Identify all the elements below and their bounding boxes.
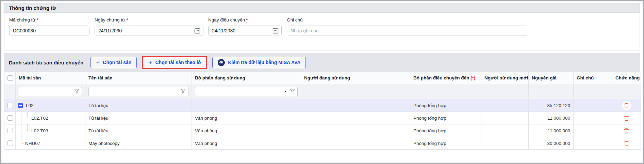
highlight-red-box: + Chọn tài sản theo lô <box>142 56 207 69</box>
col-header-original-cost: Nguyên giá <box>529 72 574 84</box>
funnel-icon[interactable] <box>74 88 80 95</box>
delete-row-button[interactable] <box>622 114 631 122</box>
col-header-note: Ghi chú <box>574 72 612 84</box>
misa-ava-icon <box>218 59 225 66</box>
filter-name-input[interactable] <box>91 89 178 94</box>
filter-code-input[interactable] <box>21 89 71 94</box>
transfer-date-input[interactable] <box>212 28 278 33</box>
table-row[interactable]: L02 Tủ tài liệu Phòng tổng hợp 35.120.12… <box>4 99 641 112</box>
target-department[interactable]: Phòng tổng hợp <box>410 137 481 150</box>
doc-code-input[interactable] <box>13 28 86 33</box>
new-user[interactable] <box>481 137 529 150</box>
doc-note-label: Ghi chú <box>287 17 303 23</box>
row-checkbox[interactable] <box>7 140 13 146</box>
doc-info-form: Mã chứng từ* Ngày chứng từ* Ngày điều ch… <box>4 12 640 50</box>
row-note[interactable] <box>574 137 612 150</box>
doc-note-input[interactable] <box>291 28 524 33</box>
doc-code-label: Mã chứng từ <box>9 17 35 23</box>
tree-line <box>27 112 28 118</box>
row-note[interactable] <box>574 124 612 137</box>
col-header-actions: Chức năng <box>612 72 641 84</box>
original-cost: 11.000.000 <box>529 124 574 137</box>
required-asterisk: * <box>246 17 248 23</box>
tree-line <box>21 112 21 124</box>
asset-name: Máy photocopy <box>85 137 192 150</box>
asset-code: NHU07 <box>25 141 40 146</box>
new-user[interactable] <box>481 124 529 137</box>
select-all-checkbox[interactable] <box>7 75 13 81</box>
calendar-icon[interactable] <box>273 28 279 35</box>
plus-icon: + <box>96 59 100 65</box>
table-row[interactable]: L02.T02 Tủ tài liệu Văn phòng Phòng tổng… <box>4 112 641 124</box>
transfer-date-label: Ngày điều chuyển <box>208 17 245 23</box>
asset-list-title: Danh sách tài sản điều chuyển <box>9 60 83 65</box>
delete-row-button[interactable] <box>622 101 631 110</box>
current-department[interactable] <box>192 99 301 112</box>
target-department[interactable]: Phòng tổng hợp <box>410 99 481 112</box>
tree-line <box>21 124 21 137</box>
doc-info-title: Thông tin chứng từ <box>9 5 56 11</box>
col-header-new-user: Người sử dụng mới <box>481 72 529 84</box>
new-user[interactable] <box>481 112 529 124</box>
filter-row <box>4 84 641 99</box>
current-department[interactable]: Văn phòng <box>192 137 301 150</box>
asset-name: Tủ tài liệu <box>85 112 192 124</box>
asset-list-toolbar: Danh sách tài sản điều chuyển + Chọn tài… <box>4 53 640 72</box>
doc-date-input[interactable] <box>98 28 200 33</box>
current-user[interactable] <box>301 112 410 124</box>
target-department[interactable]: Phòng tổng hợp <box>410 124 481 137</box>
table-row[interactable]: NHU07 Máy photocopy Văn phòng Phòng tổng… <box>4 137 641 150</box>
new-user[interactable] <box>481 99 529 112</box>
filter-current-department-select[interactable] <box>197 89 281 94</box>
tree-line <box>21 143 24 144</box>
original-cost: 11.000.000 <box>529 112 574 124</box>
original-cost: 30.000.000 <box>529 137 574 150</box>
row-checkbox[interactable] <box>7 103 13 108</box>
current-department[interactable]: Văn phòng <box>192 124 301 137</box>
asset-name: Tủ tài liệu <box>85 99 192 112</box>
required-asterisk: * <box>126 17 128 23</box>
funnel-icon[interactable] <box>290 88 295 95</box>
doc-info-header: Thông tin chứng từ <box>4 3 640 12</box>
select-asset-button[interactable]: + Chọn tài sản <box>90 57 137 68</box>
table-header-row: Mã tài sản Tên tài sản Bộ phận đang sử d… <box>4 72 641 84</box>
delete-row-button[interactable] <box>622 126 631 135</box>
col-header-name: Tên tài sản <box>85 72 192 84</box>
asset-code: L02 <box>26 103 34 108</box>
original-cost: 35.120.120 <box>529 99 574 112</box>
calendar-icon[interactable] <box>194 28 200 35</box>
row-note[interactable] <box>574 112 612 124</box>
plus-icon: + <box>148 59 152 65</box>
current-user[interactable] <box>301 124 410 137</box>
required-asterisk: * <box>36 17 38 23</box>
delete-row-button[interactable] <box>622 139 631 148</box>
row-checkbox[interactable] <box>7 115 13 121</box>
asset-table: Mã tài sản Tên tài sản Bộ phận đang sử d… <box>4 72 641 150</box>
asset-name: Tủ tài liệu <box>85 124 192 137</box>
select-asset-by-lot-button[interactable]: + Chọn tài sản theo lô <box>143 57 206 68</box>
current-user[interactable] <box>301 137 410 150</box>
field-doc-date: Ngày chứng từ* <box>95 17 203 35</box>
col-header-current-user: Người đang sử dụng <box>301 72 410 84</box>
misa-ava-check-button[interactable]: Kiểm tra dữ liệu bằng MISA AVA <box>212 57 306 68</box>
field-transfer-date: Ngày điều chuyển* <box>208 17 282 35</box>
required-suffix: (*) <box>470 75 475 80</box>
col-header-target-department: Bộ phận điều chuyển đến (*) <box>410 72 481 84</box>
table-empty-space <box>4 150 640 163</box>
field-doc-note: Ghi chú <box>287 17 527 35</box>
doc-date-label: Ngày chứng từ <box>95 17 125 23</box>
chevron-down-icon[interactable] <box>284 91 287 92</box>
row-note[interactable] <box>574 99 612 112</box>
row-checkbox[interactable] <box>7 128 13 133</box>
field-doc-code: Mã chứng từ* <box>9 17 89 35</box>
funnel-icon[interactable] <box>180 88 186 95</box>
current-user[interactable] <box>301 99 410 112</box>
current-department[interactable]: Văn phòng <box>192 112 301 124</box>
tree-line <box>27 118 30 118</box>
collapse-icon[interactable] <box>18 103 23 108</box>
table-row[interactable]: L02.T03 Tủ tài liệu Văn phòng Phòng tổng… <box>4 124 641 137</box>
target-department[interactable]: Phòng tổng hợp <box>410 112 481 124</box>
col-header-code: Mã tài sản <box>16 72 85 84</box>
asset-transfer-screen: Thông tin chứng từ Mã chứng từ* Ngày chứ… <box>0 0 644 164</box>
col-header-current-department: Bộ phận đang sử dụng <box>192 72 301 84</box>
